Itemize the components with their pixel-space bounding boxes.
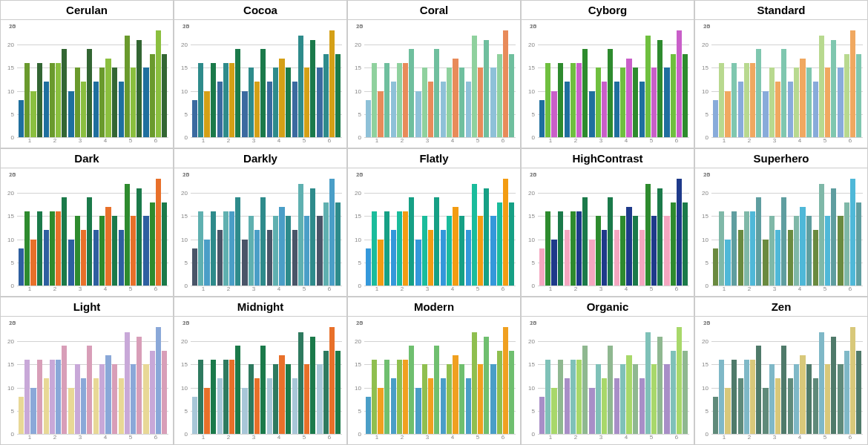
bar-group [267,174,291,286]
bar [397,360,402,434]
bar [81,230,86,286]
bar-group [93,174,117,286]
bar [229,360,234,434]
bar [397,63,402,137]
y-tick-label: 0 [185,431,188,438]
y-tick-label: 15 [7,213,14,220]
bar [484,40,489,137]
bar-group [614,174,638,286]
bar [565,230,570,286]
x-tick-label: 2 [53,286,56,292]
x-tick-label: 6 [849,137,852,144]
bar [68,388,73,435]
bar-group [813,26,837,137]
x-tick-label: 6 [502,137,504,144]
bar [813,378,818,434]
bar [756,49,761,137]
bar [794,67,799,137]
bar [204,240,209,286]
y-tick-label: 20 [176,23,189,30]
x-tick-label: 5 [476,434,479,441]
bar [75,364,80,434]
chart-area: 0510152005101520123456 [348,20,520,148]
bar [217,82,223,137]
x-tick-label: 4 [451,286,454,292]
bar-group [640,323,663,434]
chart-title: Cocoa [174,1,346,20]
x-tick-label: 4 [798,286,801,292]
bar-group [44,26,68,137]
y-tick-label: 20 [176,320,189,326]
bar [378,388,383,435]
bar [378,240,383,286]
bar [434,346,439,434]
bar [645,332,651,435]
x-tick-label: 5 [303,434,306,441]
x-tick-label: 4 [798,137,801,144]
bar-group [119,323,142,434]
bar [260,49,266,137]
bar [323,202,329,286]
bar [744,211,749,286]
bar-group [44,174,68,286]
bar [292,82,297,137]
bar [292,378,297,434]
bar [24,63,30,137]
y-tick-label: 5 [185,111,188,117]
bar [794,364,799,434]
bar [87,49,92,137]
bar [472,332,477,435]
x-tick-label: 6 [328,286,331,292]
x-tick-label: 6 [675,137,678,144]
y-tick-label: 15 [702,65,708,71]
bar [545,63,550,137]
bar [671,351,676,435]
y-tick-label: 5 [358,259,361,266]
y-tick-label: 15 [702,213,708,220]
x-tick-label: 3 [426,137,429,144]
bar [409,49,414,137]
y-tick-label: 20 [349,320,363,326]
bar-group [292,323,316,434]
x-tick-label: 5 [129,434,132,441]
bar [750,211,755,286]
bar [478,364,483,434]
x-tick-label: 5 [129,286,132,292]
bar [30,388,36,435]
bar-group [19,323,42,434]
bar [156,30,161,137]
y-tick-label: 20 [181,190,188,197]
bar [93,230,99,286]
bar [596,364,601,434]
bar-group [192,323,216,434]
chart-title: Organic [522,297,694,317]
bar-group [466,26,490,137]
bar [677,327,682,434]
bar [459,67,464,137]
bar [242,91,247,138]
bar [125,36,130,138]
bar [850,30,855,137]
bar [850,179,855,286]
bar [273,364,278,434]
bar [602,230,607,286]
y-tick-label: 5 [706,111,708,117]
chart-cell: Zen0510152005101520123456 [694,297,868,445]
y-tick-label: 0 [11,431,14,438]
x-tick-label: 6 [502,286,504,292]
bar [441,378,446,434]
y-tick-label: 15 [7,361,14,368]
chart-area: 0510152005101520123456 [174,168,346,296]
bar [545,211,550,286]
bar-group [640,174,663,286]
x-tick-label: 6 [675,286,678,292]
bar [640,230,645,286]
bar-group [539,26,563,137]
bar-group [441,174,464,286]
bar [813,230,818,286]
x-tick-label: 1 [549,434,552,441]
bar [391,82,396,137]
bar-group [589,26,613,137]
bar [441,230,446,286]
bar-group [589,323,613,434]
